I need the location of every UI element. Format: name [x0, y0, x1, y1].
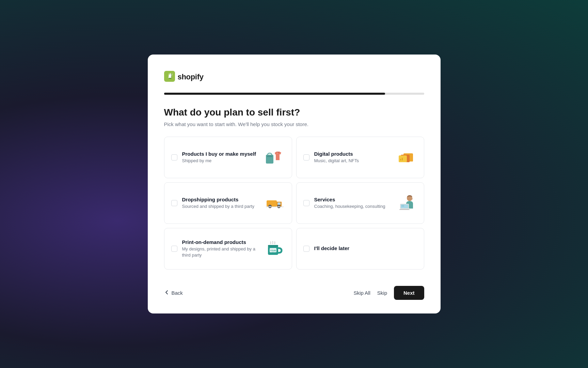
option-digital[interactable]: Digital products Music, digital art, NFT… [296, 137, 424, 178]
option-desc-physical: Shipped by me [182, 158, 260, 164]
svg-rect-8 [400, 159, 401, 160]
option-text-physical: Products I buy or make myself Shipped by… [182, 151, 260, 164]
checkbox-physical[interactable] [171, 154, 177, 160]
mug-logo-icon: YOUR LOGO [265, 239, 285, 259]
back-label: Back [172, 290, 183, 296]
back-arrow-icon [164, 290, 170, 296]
checkbox-pod[interactable] [171, 246, 177, 252]
option-desc-dropshipping: Sourced and shipped by a third party [182, 203, 260, 210]
onboarding-modal: shopify What do you plan to sell first? … [148, 55, 441, 313]
options-grid: Products I buy or make myself Shipped by… [164, 137, 424, 270]
skip-button[interactable]: Skip [377, 290, 387, 296]
delivery-truck-icon [265, 193, 285, 213]
option-pod[interactable]: Print-on-demand products My designs, pri… [164, 228, 292, 270]
progress-bar [164, 93, 424, 95]
progress-bar-fill [164, 93, 385, 95]
svg-rect-21 [401, 205, 404, 207]
shopify-logo-text: shopify [178, 73, 204, 81]
option-text-services: Services Coaching, housekeeping, consult… [314, 197, 392, 210]
option-decide-later[interactable]: I'll decide later [296, 228, 424, 270]
option-text-dropshipping: Dropshipping products Sourced and shippe… [182, 197, 260, 210]
logo-area: shopify [164, 71, 424, 83]
footer-nav: Back Skip All Skip Next [164, 286, 424, 300]
back-button[interactable]: Back [164, 290, 183, 296]
bag-shirt-icon [265, 147, 285, 168]
svg-rect-2 [267, 156, 272, 157]
option-title-physical: Products I buy or make myself [182, 151, 260, 157]
svg-rect-23 [268, 245, 278, 247]
option-desc-pod: My designs, printed and shipped by a thi… [182, 246, 260, 258]
svg-text:LOGO: LOGO [270, 251, 276, 254]
digital-files-icon [397, 147, 417, 168]
checkbox-decide-later[interactable] [303, 246, 309, 252]
svg-rect-9 [402, 158, 403, 160]
option-desc-digital: Music, digital art, NFTs [314, 158, 392, 164]
option-physical[interactable]: Products I buy or make myself Shipped by… [164, 137, 292, 178]
svg-rect-10 [267, 200, 277, 206]
page-title: What do you plan to sell first? [164, 107, 424, 118]
footer-right: Skip All Skip Next [354, 286, 424, 300]
option-text-digital: Digital products Music, digital art, NFT… [314, 151, 392, 164]
skip-all-button[interactable]: Skip All [354, 290, 370, 296]
svg-rect-16 [266, 206, 284, 207]
svg-rect-20 [399, 209, 410, 210]
option-title-services: Services [314, 197, 392, 202]
option-text-pod: Print-on-demand products My designs, pri… [182, 239, 260, 258]
page-subtitle: Pick what you want to start with. We'll … [164, 121, 424, 127]
option-services[interactable]: Services Coaching, housekeeping, consult… [296, 182, 424, 224]
checkbox-services[interactable] [303, 200, 309, 206]
checkbox-digital[interactable] [303, 154, 309, 160]
option-text-decide-later: I'll decide later [314, 245, 417, 252]
shopify-logo-icon [164, 71, 175, 83]
checkbox-dropshipping[interactable] [171, 200, 177, 206]
option-desc-services: Coaching, housekeeping, consulting [314, 203, 392, 210]
option-title-pod: Print-on-demand products [182, 239, 260, 245]
option-title-dropshipping: Dropshipping products [182, 197, 260, 202]
svg-rect-11 [277, 202, 281, 205]
person-laptop-icon [397, 193, 417, 213]
next-button[interactable]: Next [394, 286, 424, 300]
option-title-decide-later: I'll decide later [314, 245, 417, 251]
option-dropshipping[interactable]: Dropshipping products Sourced and shippe… [164, 182, 292, 224]
option-title-digital: Digital products [314, 151, 392, 157]
